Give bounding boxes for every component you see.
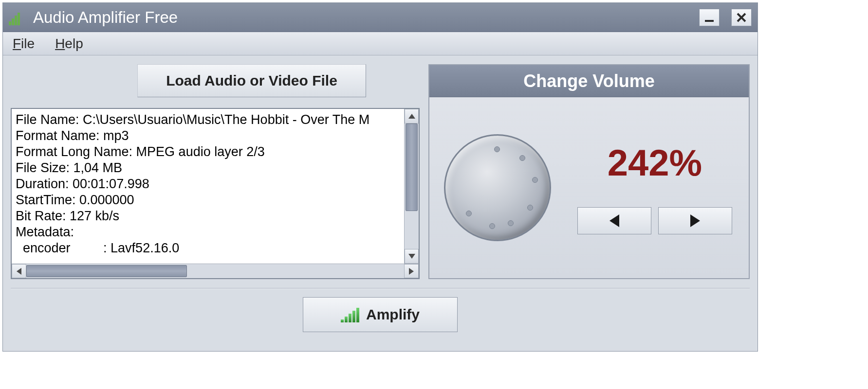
app-icon <box>9 10 24 25</box>
divider <box>11 288 750 289</box>
file-info-box: File Name: C:\Users\Usuario\Music\The Ho… <box>11 108 420 279</box>
scroll-right-button[interactable] <box>404 264 419 278</box>
bars-icon <box>341 307 359 322</box>
minimize-button[interactable] <box>699 9 720 26</box>
info-line: StartTime: 0.000000 <box>16 192 400 208</box>
info-line: Metadata: <box>16 224 400 240</box>
triangle-right-icon <box>690 214 700 227</box>
info-line: Duration: 00:01:07.998 <box>16 176 400 192</box>
menu-file[interactable]: File <box>13 36 35 52</box>
triangle-down-icon <box>408 254 415 259</box>
triangle-left-icon <box>17 268 21 275</box>
hscroll-thumb[interactable] <box>26 265 187 277</box>
svg-rect-0 <box>705 20 714 22</box>
svg-marker-2 <box>408 254 415 259</box>
menubar: File Help <box>3 32 757 55</box>
horizontal-scrollbar[interactable] <box>12 264 419 278</box>
close-button[interactable] <box>731 9 752 26</box>
info-line: File Size: 1,04 MB <box>16 160 400 176</box>
info-line: Format Long Name: MPEG audio layer 2/3 <box>16 144 400 160</box>
close-icon <box>736 12 747 23</box>
menu-help[interactable]: Help <box>55 36 83 52</box>
minimize-icon <box>704 12 715 23</box>
triangle-up-icon <box>408 114 415 119</box>
file-info-text: File Name: C:\Users\Usuario\Music\The Ho… <box>12 109 404 264</box>
volume-percent: 242% <box>608 141 702 184</box>
scroll-down-button[interactable] <box>405 249 419 264</box>
svg-marker-5 <box>609 214 619 227</box>
left-panel: Load Audio or Video File File Name: C:\U… <box>11 64 420 279</box>
titlebar: Audio Amplifier Free <box>3 3 757 32</box>
volume-knob[interactable] <box>444 134 551 241</box>
load-file-button[interactable]: Load Audio or Video File <box>137 64 366 97</box>
svg-marker-3 <box>17 268 21 275</box>
volume-increase-button[interactable] <box>658 207 732 234</box>
amplify-label: Amplify <box>366 306 420 323</box>
window-title: Audio Amplifier Free <box>33 8 699 27</box>
window-controls <box>699 9 752 26</box>
triangle-left-icon <box>609 214 619 227</box>
vscroll-track[interactable] <box>405 124 419 249</box>
vertical-scrollbar[interactable] <box>404 109 419 264</box>
app-window: Audio Amplifier Free File Help Load Audi… <box>2 2 758 352</box>
scroll-left-button[interactable] <box>12 264 26 278</box>
svg-marker-1 <box>408 114 415 119</box>
scroll-up-button[interactable] <box>405 109 419 124</box>
hscroll-track[interactable] <box>26 264 404 278</box>
vscroll-thumb[interactable] <box>406 124 418 211</box>
volume-decrease-button[interactable] <box>577 207 651 234</box>
volume-panel: Change Volume 242% <box>428 64 750 279</box>
info-line: encoder : Lavf52.16.0 <box>16 240 400 256</box>
amplify-button[interactable]: Amplify <box>303 297 458 332</box>
volume-controls: 242% <box>571 141 739 234</box>
client-area: Load Audio or Video File File Name: C:\U… <box>3 55 757 351</box>
volume-panel-body: 242% <box>429 97 749 278</box>
top-row: Load Audio or Video File File Name: C:\U… <box>11 64 750 279</box>
step-buttons <box>577 207 732 234</box>
info-line: File Name: C:\Users\Usuario\Music\The Ho… <box>16 112 400 128</box>
svg-marker-6 <box>690 214 700 227</box>
volume-panel-header: Change Volume <box>429 65 749 97</box>
bottom-row: Amplify <box>11 297 750 332</box>
triangle-right-icon <box>409 268 414 275</box>
info-line: Format Name: mp3 <box>16 128 400 144</box>
svg-marker-4 <box>409 268 414 275</box>
info-line: Bit Rate: 127 kb/s <box>16 208 400 224</box>
